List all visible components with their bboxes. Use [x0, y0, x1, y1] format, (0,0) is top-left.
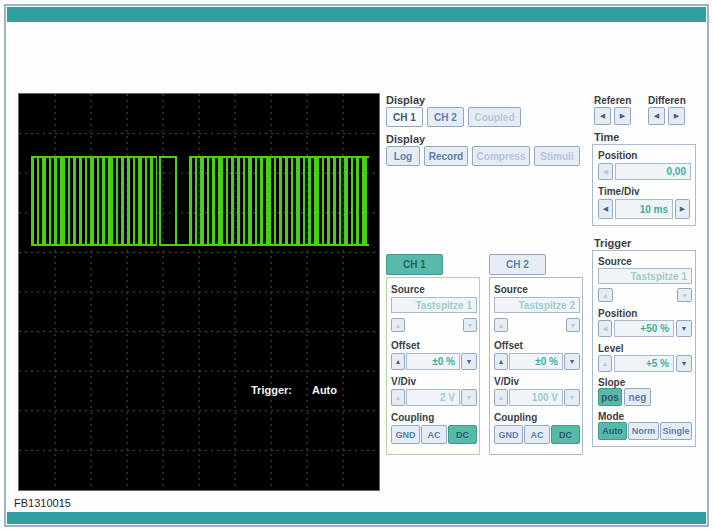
time-position-value[interactable]: 0,00: [615, 163, 691, 180]
left-arrow-icon: ◀: [603, 168, 608, 176]
ch2-offset-down-button[interactable]: ▼: [564, 353, 580, 370]
display-ch1-button[interactable]: CH 1: [386, 107, 423, 127]
up-arrow-icon: ▲: [602, 360, 609, 367]
ch1-source-up-button[interactable]: ▲: [391, 318, 405, 332]
chevron-down-icon: ▼: [681, 360, 688, 367]
difference-prev-button[interactable]: ◀: [648, 107, 665, 125]
up-arrow-icon: ▲: [498, 394, 505, 401]
mode-norm-button[interactable]: Norm: [628, 422, 659, 440]
ch1-vdiv-value[interactable]: 2 V: [406, 389, 460, 406]
ch2-vdiv-label: V/Div: [494, 376, 519, 387]
difference-label: Differen: [648, 95, 686, 106]
ch1-offset-down-button[interactable]: ▼: [461, 353, 477, 370]
trigger-position-next-button[interactable]: ▼: [676, 320, 692, 337]
record-button[interactable]: Record: [424, 146, 468, 166]
ch2-source-dropdown-button[interactable]: ▼: [566, 318, 580, 332]
ch2-offset-label: Offset: [494, 340, 523, 351]
time-div-next-button[interactable]: ▶: [675, 199, 690, 219]
log-button[interactable]: Log: [386, 146, 420, 166]
trigger-slope-label: Slope: [598, 377, 625, 388]
mode-single-button[interactable]: Single: [660, 422, 692, 440]
ch2-source-label: Source: [494, 284, 528, 295]
tab-ch2[interactable]: CH 2: [489, 254, 546, 275]
waveform-plot: [19, 94, 379, 490]
trigger-panel: Source Tastspitze 1 ▲ ▼ Position ◀ +50 %…: [592, 250, 696, 447]
ch1-source-dropdown-button[interactable]: ▼: [463, 318, 477, 332]
ch1-vdiv-label: V/Div: [391, 376, 416, 387]
right-arrow-icon: ▶: [674, 112, 679, 120]
time-position-label: Position: [598, 150, 637, 161]
time-div-prev-button[interactable]: ◀: [598, 199, 613, 219]
ch1-gnd-button[interactable]: GND: [391, 425, 420, 444]
ch1-offset-value[interactable]: ±0 %: [406, 353, 460, 370]
ch2-source-value[interactable]: Tastspitze 2: [494, 297, 580, 313]
chevron-down-icon: ▼: [467, 322, 474, 329]
up-arrow-icon: ▲: [498, 322, 505, 329]
ch2-vdiv-up-button[interactable]: ▲: [494, 389, 508, 406]
slope-neg-button[interactable]: neg: [624, 388, 651, 406]
ch1-offset-up-button[interactable]: ▲: [391, 353, 405, 370]
time-panel: Position ◀ 0,00 Time/Div ◀ 10 ms ▶: [592, 144, 696, 226]
bottom-status-bar: [7, 512, 706, 524]
difference-next-button[interactable]: ▶: [668, 107, 685, 125]
ch1-source-label: Source: [391, 284, 425, 295]
ch2-source-up-button[interactable]: ▲: [494, 318, 508, 332]
compress-button[interactable]: Compress: [472, 146, 530, 166]
top-title-bar: [7, 7, 706, 22]
ch1-source-value[interactable]: Tastspitze 1: [391, 297, 477, 313]
ch1-ac-button[interactable]: AC: [421, 425, 447, 444]
chevron-down-icon: ▼: [681, 292, 688, 299]
scope-trigger-status: Trigger: Auto: [251, 384, 337, 396]
up-arrow-icon: ▲: [602, 292, 609, 299]
display-ch2-button[interactable]: CH 2: [427, 107, 464, 127]
display-coupled-button[interactable]: Coupled: [468, 107, 521, 127]
left-arrow-icon: ◀: [602, 325, 607, 333]
ch2-dc-button[interactable]: DC: [551, 425, 580, 444]
tab-ch1[interactable]: CH 1: [386, 254, 443, 275]
trigger-source-up-button[interactable]: ▲: [598, 288, 613, 302]
chevron-down-icon: ▼: [569, 358, 576, 365]
trigger-source-label: Source: [598, 256, 632, 267]
ch2-offset-value[interactable]: ±0 %: [509, 353, 563, 370]
display-modes-label: Display: [386, 133, 425, 145]
mode-auto-button[interactable]: Auto: [598, 422, 627, 440]
up-arrow-icon: ▲: [395, 358, 402, 365]
ch2-offset-up-button[interactable]: ▲: [494, 353, 508, 370]
up-arrow-icon: ▲: [395, 322, 402, 329]
trigger-position-value[interactable]: +50 %: [614, 320, 674, 337]
left-arrow-icon: ◀: [654, 112, 659, 120]
ch1-vdiv-up-button[interactable]: ▲: [391, 389, 405, 406]
ch1-offset-label: Offset: [391, 340, 420, 351]
slope-pos-button[interactable]: pos: [598, 388, 622, 406]
ch2-gnd-button[interactable]: GND: [494, 425, 523, 444]
ch1-dc-button[interactable]: DC: [448, 425, 477, 444]
trigger-source-value[interactable]: Tastspitze 1: [598, 268, 692, 284]
trigger-section-label: Trigger: [594, 237, 631, 249]
trigger-level-down-button[interactable]: ▼: [676, 355, 692, 372]
up-arrow-icon: ▲: [395, 394, 402, 401]
trigger-level-value[interactable]: +5 %: [614, 355, 674, 372]
reference-prev-button[interactable]: ◀: [594, 107, 611, 125]
chevron-down-icon: ▼: [569, 394, 576, 401]
trigger-level-up-button[interactable]: ▲: [598, 355, 612, 372]
chevron-down-icon: ▼: [681, 325, 688, 332]
time-div-value[interactable]: 10 ms: [615, 199, 673, 219]
left-arrow-icon: ◀: [600, 112, 605, 120]
figure-code: FB1310015: [14, 497, 71, 509]
time-position-prev-button[interactable]: ◀: [598, 163, 613, 180]
trigger-source-dropdown-button[interactable]: ▼: [677, 288, 692, 302]
application-window: Trigger: Auto Display CH 1 CH 2 Coupled …: [0, 0, 713, 531]
chevron-down-icon: ▼: [466, 394, 473, 401]
ch1-coupling-label: Coupling: [391, 412, 434, 423]
scope-trigger-label: Trigger:: [251, 384, 292, 396]
right-arrow-icon: ▶: [620, 112, 625, 120]
reference-next-button[interactable]: ▶: [614, 107, 631, 125]
oscilloscope-display: Trigger: Auto: [18, 93, 380, 491]
ch2-ac-button[interactable]: AC: [524, 425, 550, 444]
stimuli-button[interactable]: Stimuli: [534, 146, 580, 166]
trigger-position-label: Position: [598, 308, 637, 319]
ch2-vdiv-dropdown-button[interactable]: ▼: [564, 389, 580, 406]
ch1-vdiv-dropdown-button[interactable]: ▼: [461, 389, 477, 406]
ch2-vdiv-value[interactable]: 100 V: [509, 389, 563, 406]
trigger-position-prev-button[interactable]: ◀: [598, 320, 612, 337]
